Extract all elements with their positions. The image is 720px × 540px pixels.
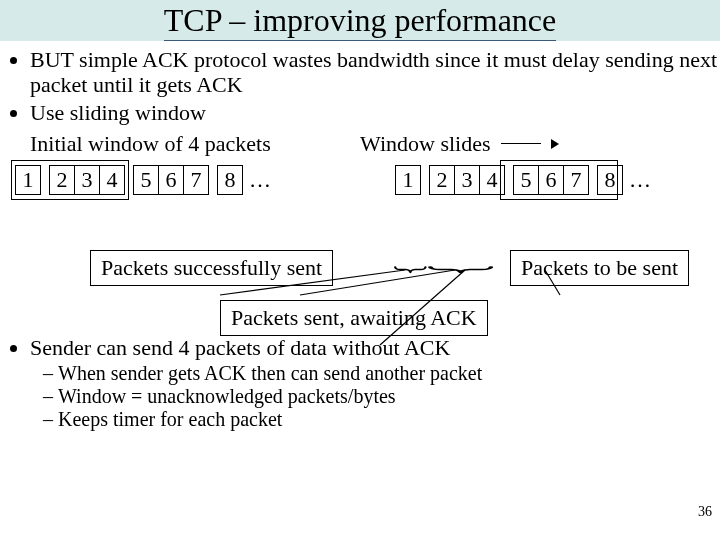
packet-cell: 6	[538, 165, 564, 195]
arrow-head-icon	[551, 139, 559, 149]
ellipsis: …	[629, 167, 651, 193]
packet-cell: 1	[395, 165, 421, 195]
box-packets-to-be-sent: Packets to be sent	[510, 250, 689, 286]
packet-cell: 6	[158, 165, 184, 195]
box-packets-sent: Packets successfully sent	[90, 250, 333, 286]
packet-cell: 8	[597, 165, 623, 195]
packet-row-left: 1 2 3 4 5 6 7 8 …	[15, 165, 375, 195]
sub-bullet: Window = unacknowledged packets/bytes	[58, 385, 720, 408]
label-initial-window: Initial window of 4 packets	[30, 131, 360, 157]
packet-row-right: 1 2 3 4 5 6 7 8 …	[395, 165, 651, 195]
bottom-sub-bullets: When sender gets ACK then can send anoth…	[30, 362, 720, 431]
bullet-top-1: BUT simple ACK protocol wastes bandwidth…	[30, 47, 720, 98]
top-bullets: BUT simple ACK protocol wastes bandwidth…	[0, 47, 720, 125]
label-window-slides: Window slides	[360, 131, 559, 157]
packet-cell: 3	[454, 165, 480, 195]
sub-bullet: When sender gets ACK then can send anoth…	[58, 362, 720, 385]
packet-cell: 5	[133, 165, 159, 195]
packet-cell: 2	[429, 165, 455, 195]
packet-cell: 2	[49, 165, 75, 195]
packet-cell: 1	[15, 165, 41, 195]
sub-bullet: Keeps timer for each packet	[58, 408, 720, 431]
arrow-right-icon	[501, 143, 541, 144]
packet-cell: 8	[217, 165, 243, 195]
slide-title: TCP – improving performance	[164, 2, 557, 41]
packet-cell: 4	[479, 165, 505, 195]
packet-cell: 5	[513, 165, 539, 195]
packet-cell: 4	[99, 165, 125, 195]
slide-title-band: TCP – improving performance	[0, 0, 720, 41]
box-packets-awaiting: Packets sent, awaiting ACK	[220, 300, 488, 336]
packet-rows: 1 2 3 4 5 6 7 8 … 1 2 3 4 5 6 7 8 …	[0, 165, 720, 195]
ellipsis: …	[249, 167, 271, 193]
page-number: 36	[698, 504, 712, 520]
label-slides-text: Window slides	[360, 131, 491, 157]
packet-cell: 7	[183, 165, 209, 195]
bullet-top-2: Use sliding window	[30, 100, 720, 125]
bottom-bullets: Sender can send 4 packets of data withou…	[0, 335, 720, 431]
packet-cell: 7	[563, 165, 589, 195]
window-labels: Initial window of 4 packets Window slide…	[0, 131, 720, 157]
callouts: Packets successfully sent Packets to be …	[0, 195, 720, 345]
packet-cell: 3	[74, 165, 100, 195]
